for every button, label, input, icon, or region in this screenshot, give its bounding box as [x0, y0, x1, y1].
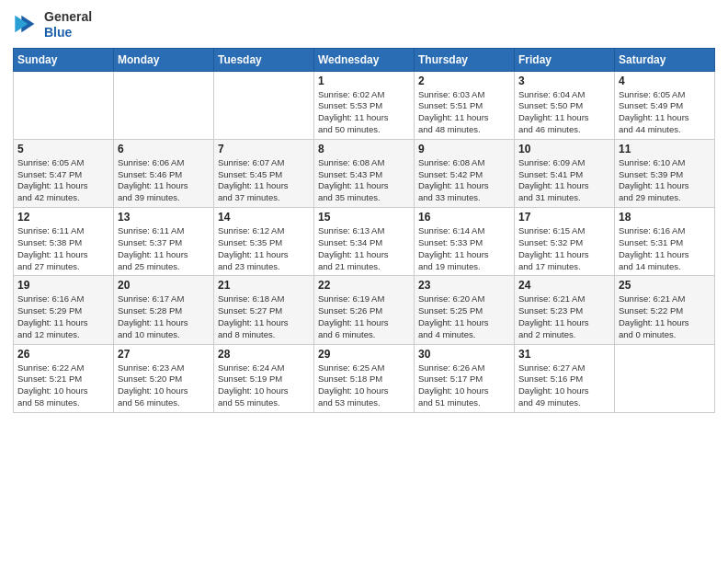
- day-info: Sunrise: 6:09 AM Sunset: 5:41 PM Dayligh…: [518, 157, 610, 204]
- day-info: Sunrise: 6:24 AM Sunset: 5:19 PM Dayligh…: [218, 362, 310, 409]
- day-number: 18: [619, 211, 711, 224]
- day-info: Sunrise: 6:08 AM Sunset: 5:42 PM Dayligh…: [418, 157, 510, 204]
- day-info: Sunrise: 6:13 AM Sunset: 5:34 PM Dayligh…: [318, 225, 410, 272]
- calendar-cell: 16Sunrise: 6:14 AM Sunset: 5:33 PM Dayli…: [415, 208, 515, 276]
- logo-general: General: [44, 9, 92, 25]
- day-info: Sunrise: 6:05 AM Sunset: 5:47 PM Dayligh…: [17, 157, 109, 204]
- day-number: 10: [518, 143, 610, 155]
- calendar: SundayMondayTuesdayWednesdayThursdayFrid…: [13, 48, 715, 413]
- calendar-cell: 25Sunrise: 6:21 AM Sunset: 5:22 PM Dayli…: [615, 276, 715, 344]
- day-info: Sunrise: 6:03 AM Sunset: 5:51 PM Dayligh…: [418, 89, 510, 136]
- day-info: Sunrise: 6:23 AM Sunset: 5:20 PM Dayligh…: [118, 362, 210, 409]
- day-of-week-header: Monday: [114, 48, 214, 71]
- logo: General Blue: [13, 9, 92, 40]
- calendar-cell: 18Sunrise: 6:16 AM Sunset: 5:31 PM Dayli…: [615, 208, 715, 276]
- day-number: 31: [518, 348, 610, 361]
- day-number: 30: [418, 348, 510, 361]
- day-info: Sunrise: 6:02 AM Sunset: 5:53 PM Dayligh…: [318, 89, 410, 136]
- day-number: 26: [17, 348, 109, 361]
- day-number: 4: [619, 75, 711, 87]
- day-info: Sunrise: 6:08 AM Sunset: 5:43 PM Dayligh…: [318, 157, 410, 204]
- day-info: Sunrise: 6:22 AM Sunset: 5:21 PM Dayligh…: [17, 362, 109, 409]
- day-number: 29: [318, 348, 410, 361]
- day-number: 1: [318, 75, 410, 87]
- calendar-cell: 14Sunrise: 6:12 AM Sunset: 5:35 PM Dayli…: [214, 208, 314, 276]
- calendar-cell: 22Sunrise: 6:19 AM Sunset: 5:26 PM Dayli…: [314, 276, 415, 344]
- calendar-cell: 7Sunrise: 6:07 AM Sunset: 5:45 PM Daylig…: [214, 139, 314, 207]
- calendar-week-row: 1Sunrise: 6:02 AM Sunset: 5:53 PM Daylig…: [14, 71, 715, 139]
- day-info: Sunrise: 6:21 AM Sunset: 5:22 PM Dayligh…: [619, 293, 711, 340]
- calendar-cell: [14, 71, 114, 139]
- calendar-cell: 11Sunrise: 6:10 AM Sunset: 5:39 PM Dayli…: [615, 139, 715, 207]
- day-info: Sunrise: 6:11 AM Sunset: 5:37 PM Dayligh…: [118, 225, 210, 272]
- calendar-cell: 17Sunrise: 6:15 AM Sunset: 5:32 PM Dayli…: [515, 208, 615, 276]
- calendar-cell: 28Sunrise: 6:24 AM Sunset: 5:19 PM Dayli…: [214, 344, 314, 412]
- day-number: 28: [218, 348, 310, 361]
- calendar-week-row: 5Sunrise: 6:05 AM Sunset: 5:47 PM Daylig…: [14, 139, 715, 207]
- day-of-week-header: Sunday: [14, 48, 114, 71]
- day-of-week-header: Wednesday: [314, 48, 415, 71]
- day-number: 13: [118, 211, 210, 224]
- day-info: Sunrise: 6:15 AM Sunset: 5:32 PM Dayligh…: [518, 225, 610, 272]
- logo-icon: [13, 11, 39, 37]
- day-number: 2: [418, 75, 510, 87]
- day-info: Sunrise: 6:04 AM Sunset: 5:50 PM Dayligh…: [518, 89, 610, 136]
- day-number: 3: [518, 75, 610, 87]
- calendar-week-row: 19Sunrise: 6:16 AM Sunset: 5:29 PM Dayli…: [14, 276, 715, 344]
- calendar-cell: 19Sunrise: 6:16 AM Sunset: 5:29 PM Dayli…: [14, 276, 114, 344]
- day-info: Sunrise: 6:06 AM Sunset: 5:46 PM Dayligh…: [118, 157, 210, 204]
- day-info: Sunrise: 6:25 AM Sunset: 5:18 PM Dayligh…: [318, 362, 410, 409]
- day-of-week-header: Tuesday: [214, 48, 314, 71]
- calendar-cell: 24Sunrise: 6:21 AM Sunset: 5:23 PM Dayli…: [515, 276, 615, 344]
- calendar-cell: 31Sunrise: 6:27 AM Sunset: 5:16 PM Dayli…: [515, 344, 615, 412]
- logo-text: General Blue: [44, 9, 92, 40]
- day-info: Sunrise: 6:19 AM Sunset: 5:26 PM Dayligh…: [318, 293, 410, 340]
- calendar-cell: 13Sunrise: 6:11 AM Sunset: 5:37 PM Dayli…: [114, 208, 214, 276]
- calendar-cell: 2Sunrise: 6:03 AM Sunset: 5:51 PM Daylig…: [415, 71, 515, 139]
- calendar-week-row: 12Sunrise: 6:11 AM Sunset: 5:38 PM Dayli…: [14, 208, 715, 276]
- logo-blue: Blue: [44, 25, 92, 40]
- day-info: Sunrise: 6:05 AM Sunset: 5:49 PM Dayligh…: [619, 89, 711, 136]
- day-number: 7: [218, 143, 310, 155]
- day-number: 9: [418, 143, 510, 155]
- calendar-cell: 1Sunrise: 6:02 AM Sunset: 5:53 PM Daylig…: [314, 71, 415, 139]
- calendar-cell: 8Sunrise: 6:08 AM Sunset: 5:43 PM Daylig…: [314, 139, 415, 207]
- calendar-cell: 5Sunrise: 6:05 AM Sunset: 5:47 PM Daylig…: [14, 139, 114, 207]
- day-number: 21: [218, 279, 310, 292]
- day-info: Sunrise: 6:26 AM Sunset: 5:17 PM Dayligh…: [418, 362, 510, 409]
- calendar-cell: 27Sunrise: 6:23 AM Sunset: 5:20 PM Dayli…: [114, 344, 214, 412]
- day-number: 15: [318, 211, 410, 224]
- day-number: 22: [318, 279, 410, 292]
- day-info: Sunrise: 6:10 AM Sunset: 5:39 PM Dayligh…: [619, 157, 711, 204]
- day-number: 20: [118, 279, 210, 292]
- header: General Blue: [13, 9, 715, 40]
- day-number: 12: [17, 211, 109, 224]
- day-info: Sunrise: 6:27 AM Sunset: 5:16 PM Dayligh…: [518, 362, 610, 409]
- day-info: Sunrise: 6:14 AM Sunset: 5:33 PM Dayligh…: [418, 225, 510, 272]
- calendar-cell: 9Sunrise: 6:08 AM Sunset: 5:42 PM Daylig…: [415, 139, 515, 207]
- calendar-cell: [114, 71, 214, 139]
- day-of-week-header: Saturday: [615, 48, 715, 71]
- calendar-cell: 26Sunrise: 6:22 AM Sunset: 5:21 PM Dayli…: [14, 344, 114, 412]
- day-number: 25: [619, 279, 711, 292]
- day-info: Sunrise: 6:20 AM Sunset: 5:25 PM Dayligh…: [418, 293, 510, 340]
- day-info: Sunrise: 6:21 AM Sunset: 5:23 PM Dayligh…: [518, 293, 610, 340]
- calendar-header-row: SundayMondayTuesdayWednesdayThursdayFrid…: [14, 48, 715, 71]
- day-number: 6: [118, 143, 210, 155]
- calendar-week-row: 26Sunrise: 6:22 AM Sunset: 5:21 PM Dayli…: [14, 344, 715, 412]
- calendar-cell: 3Sunrise: 6:04 AM Sunset: 5:50 PM Daylig…: [515, 71, 615, 139]
- day-of-week-header: Thursday: [415, 48, 515, 71]
- day-info: Sunrise: 6:17 AM Sunset: 5:28 PM Dayligh…: [118, 293, 210, 340]
- day-number: 27: [118, 348, 210, 361]
- day-number: 23: [418, 279, 510, 292]
- calendar-cell: 23Sunrise: 6:20 AM Sunset: 5:25 PM Dayli…: [415, 276, 515, 344]
- calendar-cell: [615, 344, 715, 412]
- day-of-week-header: Friday: [515, 48, 615, 71]
- calendar-cell: 21Sunrise: 6:18 AM Sunset: 5:27 PM Dayli…: [214, 276, 314, 344]
- calendar-cell: 30Sunrise: 6:26 AM Sunset: 5:17 PM Dayli…: [415, 344, 515, 412]
- calendar-cell: 6Sunrise: 6:06 AM Sunset: 5:46 PM Daylig…: [114, 139, 214, 207]
- day-info: Sunrise: 6:11 AM Sunset: 5:38 PM Dayligh…: [17, 225, 109, 272]
- day-info: Sunrise: 6:18 AM Sunset: 5:27 PM Dayligh…: [218, 293, 310, 340]
- day-info: Sunrise: 6:07 AM Sunset: 5:45 PM Dayligh…: [218, 157, 310, 204]
- calendar-cell: 12Sunrise: 6:11 AM Sunset: 5:38 PM Dayli…: [14, 208, 114, 276]
